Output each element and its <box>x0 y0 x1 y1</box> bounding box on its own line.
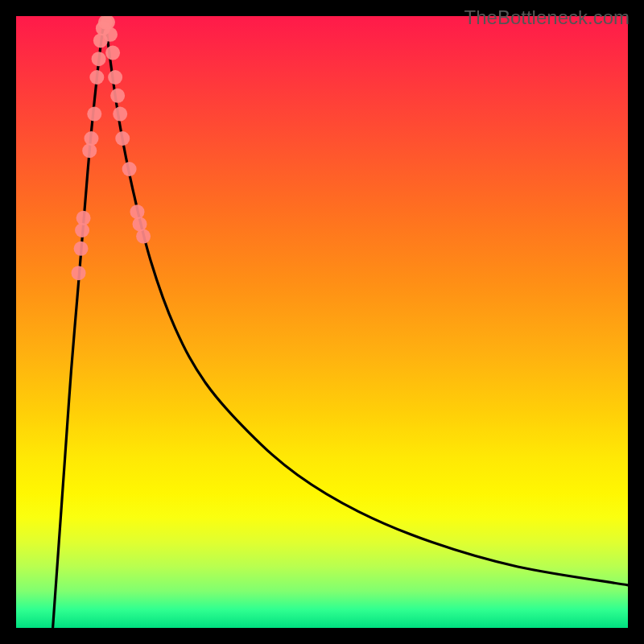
data-point <box>110 89 125 103</box>
chart-svg <box>16 16 628 628</box>
data-point <box>72 266 86 280</box>
data-point <box>115 131 130 146</box>
data-point <box>103 27 118 42</box>
data-point <box>133 217 147 231</box>
data-point <box>84 131 98 146</box>
data-point <box>122 162 137 176</box>
series-container <box>53 16 628 628</box>
data-point <box>136 229 151 244</box>
watermark-text: TheBottleneck.com <box>464 6 630 29</box>
data-point <box>87 107 101 122</box>
data-point <box>113 107 127 122</box>
data-point <box>74 242 89 256</box>
series-right-branch <box>105 16 628 585</box>
data-point <box>130 204 144 219</box>
data-point <box>82 143 97 158</box>
data-point <box>76 211 91 225</box>
data-point <box>89 70 104 85</box>
data-point <box>108 70 122 85</box>
data-point <box>75 223 89 237</box>
data-point <box>92 52 106 66</box>
chart-plot-area <box>16 16 628 628</box>
data-point <box>105 46 120 60</box>
